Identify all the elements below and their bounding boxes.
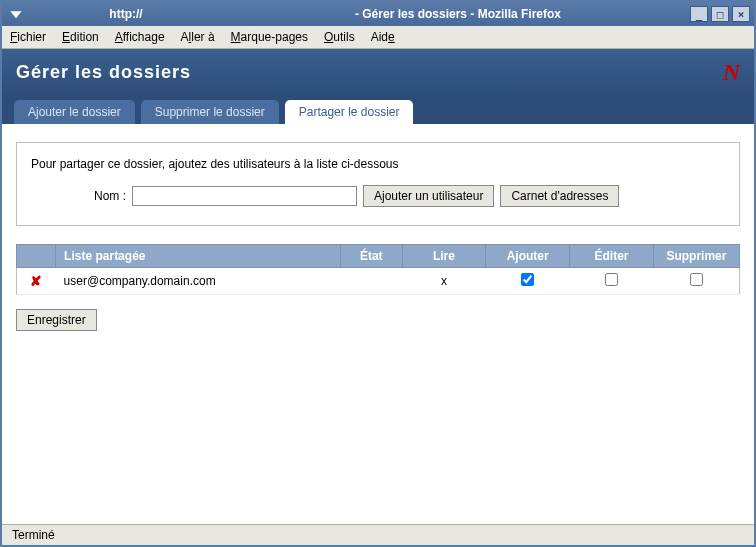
content-area: Pour partager ce dossier, ajoutez des ut… — [2, 124, 754, 524]
tabs-row: Ajouter le dossier Supprimer le dossier … — [2, 96, 754, 124]
add-user-button[interactable]: Ajouter un utilisateur — [363, 185, 494, 207]
menu-help[interactable]: Aide — [371, 30, 395, 44]
titlebar-title: - Gérer les dossiers - Mozilla Firefox — [226, 7, 690, 21]
menu-edit[interactable]: Edition — [62, 30, 99, 44]
tab-delete-folder[interactable]: Supprimer le dossier — [141, 100, 279, 124]
minimize-button[interactable]: _ — [690, 6, 708, 22]
cell-state — [341, 268, 402, 295]
titlebar-url: http:// — [26, 7, 226, 21]
menu-bookmarks[interactable]: Marque-pages — [231, 30, 308, 44]
menu-go[interactable]: Aller à — [181, 30, 215, 44]
maximize-button[interactable]: □ — [711, 6, 729, 22]
addressbook-button[interactable]: Carnet d'adresses — [500, 185, 619, 207]
th-add: Ajouter — [486, 245, 570, 268]
th-read: Lire — [402, 245, 486, 268]
th-delete — [17, 245, 56, 268]
delete-row-icon[interactable]: ✘ — [30, 273, 42, 289]
tab-share-folder[interactable]: Partager le dossier — [285, 100, 414, 124]
checkbox-remove[interactable] — [690, 273, 703, 286]
cell-user: user@company.domain.com — [56, 268, 341, 295]
checkbox-add[interactable] — [521, 273, 534, 286]
cell-read: x — [402, 268, 486, 295]
menu-tools[interactable]: Outils — [324, 30, 355, 44]
window-menu-icon[interactable] — [6, 7, 26, 21]
window-titlebar: http:// - Gérer les dossiers - Mozilla F… — [2, 2, 754, 26]
share-instruction: Pour partager ce dossier, ajoutez des ut… — [31, 157, 725, 171]
browser-menubar: Fichier Edition Affichage Aller à Marque… — [2, 26, 754, 49]
table-row: ✘ user@company.domain.com x — [17, 268, 740, 295]
novell-logo: N — [723, 59, 740, 86]
menu-file[interactable]: Fichier — [10, 30, 46, 44]
svg-marker-0 — [10, 11, 21, 18]
th-state: État — [341, 245, 402, 268]
menu-view[interactable]: Affichage — [115, 30, 165, 44]
page-header: Gérer les dossiers N — [2, 49, 754, 96]
th-shared-list: Liste partagée — [56, 245, 341, 268]
page-title: Gérer les dossiers — [16, 62, 191, 83]
shared-list-table: Liste partagée État Lire Ajouter Éditer … — [16, 244, 740, 295]
close-button[interactable]: × — [732, 6, 750, 22]
name-input[interactable] — [132, 186, 357, 206]
th-edit: Éditer — [570, 245, 654, 268]
statusbar: Terminé — [2, 524, 754, 545]
share-panel: Pour partager ce dossier, ajoutez des ut… — [16, 142, 740, 226]
save-button[interactable]: Enregistrer — [16, 309, 97, 331]
name-label: Nom : — [81, 189, 126, 203]
checkbox-edit[interactable] — [605, 273, 618, 286]
th-remove: Supprimer — [653, 245, 739, 268]
tab-add-folder[interactable]: Ajouter le dossier — [14, 100, 135, 124]
